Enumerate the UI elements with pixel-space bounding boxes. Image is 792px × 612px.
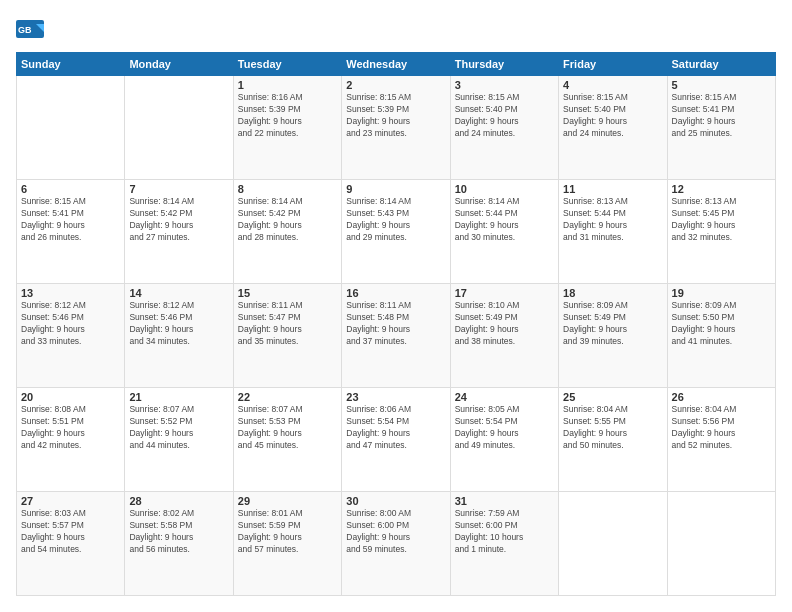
calendar-cell: 20Sunrise: 8:08 AM Sunset: 5:51 PM Dayli… <box>17 388 125 492</box>
day-number: 25 <box>563 391 662 403</box>
day-info: Sunrise: 8:07 AM Sunset: 5:53 PM Dayligh… <box>238 404 337 452</box>
day-number: 30 <box>346 495 445 507</box>
day-info: Sunrise: 8:16 AM Sunset: 5:39 PM Dayligh… <box>238 92 337 140</box>
day-info: Sunrise: 8:15 AM Sunset: 5:40 PM Dayligh… <box>455 92 554 140</box>
day-info: Sunrise: 8:14 AM Sunset: 5:42 PM Dayligh… <box>238 196 337 244</box>
day-number: 12 <box>672 183 771 195</box>
day-number: 31 <box>455 495 554 507</box>
day-number: 26 <box>672 391 771 403</box>
day-number: 16 <box>346 287 445 299</box>
day-number: 22 <box>238 391 337 403</box>
day-header-monday: Monday <box>125 53 233 76</box>
day-info: Sunrise: 8:11 AM Sunset: 5:47 PM Dayligh… <box>238 300 337 348</box>
day-number: 3 <box>455 79 554 91</box>
day-number: 14 <box>129 287 228 299</box>
day-info: Sunrise: 8:14 AM Sunset: 5:42 PM Dayligh… <box>129 196 228 244</box>
calendar-cell: 11Sunrise: 8:13 AM Sunset: 5:44 PM Dayli… <box>559 180 667 284</box>
calendar-cell: 28Sunrise: 8:02 AM Sunset: 5:58 PM Dayli… <box>125 492 233 596</box>
day-info: Sunrise: 8:15 AM Sunset: 5:39 PM Dayligh… <box>346 92 445 140</box>
calendar-cell: 22Sunrise: 8:07 AM Sunset: 5:53 PM Dayli… <box>233 388 341 492</box>
calendar-cell: 15Sunrise: 8:11 AM Sunset: 5:47 PM Dayli… <box>233 284 341 388</box>
calendar-cell <box>667 492 775 596</box>
calendar-cell: 21Sunrise: 8:07 AM Sunset: 5:52 PM Dayli… <box>125 388 233 492</box>
calendar-cell: 5Sunrise: 8:15 AM Sunset: 5:41 PM Daylig… <box>667 76 775 180</box>
day-number: 27 <box>21 495 120 507</box>
calendar-cell: 27Sunrise: 8:03 AM Sunset: 5:57 PM Dayli… <box>17 492 125 596</box>
day-info: Sunrise: 8:05 AM Sunset: 5:54 PM Dayligh… <box>455 404 554 452</box>
day-number: 23 <box>346 391 445 403</box>
calendar-cell: 30Sunrise: 8:00 AM Sunset: 6:00 PM Dayli… <box>342 492 450 596</box>
calendar-body: 1Sunrise: 8:16 AM Sunset: 5:39 PM Daylig… <box>17 76 776 596</box>
day-number: 11 <box>563 183 662 195</box>
calendar-cell <box>17 76 125 180</box>
day-number: 4 <box>563 79 662 91</box>
calendar-cell: 25Sunrise: 8:04 AM Sunset: 5:55 PM Dayli… <box>559 388 667 492</box>
calendar-cell: 24Sunrise: 8:05 AM Sunset: 5:54 PM Dayli… <box>450 388 558 492</box>
day-info: Sunrise: 8:09 AM Sunset: 5:49 PM Dayligh… <box>563 300 662 348</box>
day-number: 17 <box>455 287 554 299</box>
day-number: 19 <box>672 287 771 299</box>
day-info: Sunrise: 8:14 AM Sunset: 5:43 PM Dayligh… <box>346 196 445 244</box>
day-header-friday: Friday <box>559 53 667 76</box>
calendar-cell: 14Sunrise: 8:12 AM Sunset: 5:46 PM Dayli… <box>125 284 233 388</box>
calendar-cell: 26Sunrise: 8:04 AM Sunset: 5:56 PM Dayli… <box>667 388 775 492</box>
calendar-cell: 13Sunrise: 8:12 AM Sunset: 5:46 PM Dayli… <box>17 284 125 388</box>
week-row-0: 1Sunrise: 8:16 AM Sunset: 5:39 PM Daylig… <box>17 76 776 180</box>
day-number: 2 <box>346 79 445 91</box>
calendar-cell: 6Sunrise: 8:15 AM Sunset: 5:41 PM Daylig… <box>17 180 125 284</box>
day-info: Sunrise: 8:15 AM Sunset: 5:40 PM Dayligh… <box>563 92 662 140</box>
header-row: SundayMondayTuesdayWednesdayThursdayFrid… <box>17 53 776 76</box>
day-info: Sunrise: 8:07 AM Sunset: 5:52 PM Dayligh… <box>129 404 228 452</box>
day-info: Sunrise: 8:01 AM Sunset: 5:59 PM Dayligh… <box>238 508 337 556</box>
day-info: Sunrise: 8:11 AM Sunset: 5:48 PM Dayligh… <box>346 300 445 348</box>
day-info: Sunrise: 8:12 AM Sunset: 5:46 PM Dayligh… <box>21 300 120 348</box>
calendar-cell: 4Sunrise: 8:15 AM Sunset: 5:40 PM Daylig… <box>559 76 667 180</box>
calendar-cell: 12Sunrise: 8:13 AM Sunset: 5:45 PM Dayli… <box>667 180 775 284</box>
day-info: Sunrise: 8:15 AM Sunset: 5:41 PM Dayligh… <box>21 196 120 244</box>
calendar-cell: 10Sunrise: 8:14 AM Sunset: 5:44 PM Dayli… <box>450 180 558 284</box>
calendar-cell: 7Sunrise: 8:14 AM Sunset: 5:42 PM Daylig… <box>125 180 233 284</box>
day-number: 6 <box>21 183 120 195</box>
page: GB SundayMondayTuesdayWednesdayThursdayF… <box>0 0 792 612</box>
calendar-cell <box>559 492 667 596</box>
day-number: 28 <box>129 495 228 507</box>
week-row-2: 13Sunrise: 8:12 AM Sunset: 5:46 PM Dayli… <box>17 284 776 388</box>
day-info: Sunrise: 8:00 AM Sunset: 6:00 PM Dayligh… <box>346 508 445 556</box>
calendar-cell: 23Sunrise: 8:06 AM Sunset: 5:54 PM Dayli… <box>342 388 450 492</box>
day-info: Sunrise: 8:04 AM Sunset: 5:56 PM Dayligh… <box>672 404 771 452</box>
header: GB <box>16 16 776 44</box>
calendar-cell: 29Sunrise: 8:01 AM Sunset: 5:59 PM Dayli… <box>233 492 341 596</box>
calendar-cell <box>125 76 233 180</box>
calendar-cell: 31Sunrise: 7:59 AM Sunset: 6:00 PM Dayli… <box>450 492 558 596</box>
calendar-cell: 3Sunrise: 8:15 AM Sunset: 5:40 PM Daylig… <box>450 76 558 180</box>
calendar-cell: 2Sunrise: 8:15 AM Sunset: 5:39 PM Daylig… <box>342 76 450 180</box>
day-number: 7 <box>129 183 228 195</box>
logo-icon: GB <box>16 20 46 44</box>
day-header-sunday: Sunday <box>17 53 125 76</box>
day-number: 29 <box>238 495 337 507</box>
day-info: Sunrise: 8:04 AM Sunset: 5:55 PM Dayligh… <box>563 404 662 452</box>
day-info: Sunrise: 8:03 AM Sunset: 5:57 PM Dayligh… <box>21 508 120 556</box>
day-info: Sunrise: 8:13 AM Sunset: 5:45 PM Dayligh… <box>672 196 771 244</box>
day-number: 20 <box>21 391 120 403</box>
calendar-table: SundayMondayTuesdayWednesdayThursdayFrid… <box>16 52 776 596</box>
svg-text:GB: GB <box>18 25 32 35</box>
day-header-saturday: Saturday <box>667 53 775 76</box>
week-row-4: 27Sunrise: 8:03 AM Sunset: 5:57 PM Dayli… <box>17 492 776 596</box>
day-info: Sunrise: 8:10 AM Sunset: 5:49 PM Dayligh… <box>455 300 554 348</box>
day-number: 5 <box>672 79 771 91</box>
day-number: 1 <box>238 79 337 91</box>
calendar-cell: 18Sunrise: 8:09 AM Sunset: 5:49 PM Dayli… <box>559 284 667 388</box>
week-row-1: 6Sunrise: 8:15 AM Sunset: 5:41 PM Daylig… <box>17 180 776 284</box>
calendar-cell: 8Sunrise: 8:14 AM Sunset: 5:42 PM Daylig… <box>233 180 341 284</box>
day-number: 18 <box>563 287 662 299</box>
logo: GB <box>16 16 48 44</box>
day-info: Sunrise: 8:13 AM Sunset: 5:44 PM Dayligh… <box>563 196 662 244</box>
day-number: 9 <box>346 183 445 195</box>
day-info: Sunrise: 8:09 AM Sunset: 5:50 PM Dayligh… <box>672 300 771 348</box>
day-header-wednesday: Wednesday <box>342 53 450 76</box>
day-number: 21 <box>129 391 228 403</box>
day-info: Sunrise: 7:59 AM Sunset: 6:00 PM Dayligh… <box>455 508 554 556</box>
day-info: Sunrise: 8:06 AM Sunset: 5:54 PM Dayligh… <box>346 404 445 452</box>
calendar-cell: 17Sunrise: 8:10 AM Sunset: 5:49 PM Dayli… <box>450 284 558 388</box>
